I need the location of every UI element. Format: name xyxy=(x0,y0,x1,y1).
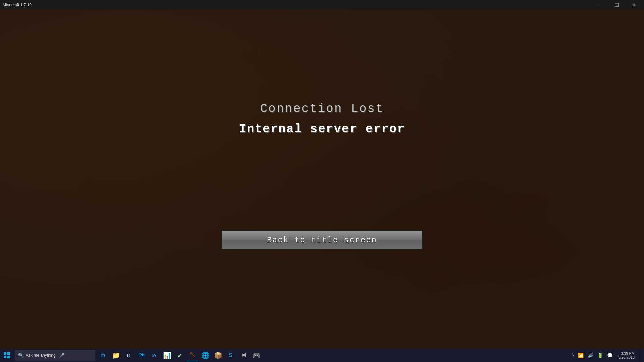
taskbar-skype[interactable]: S xyxy=(225,349,237,361)
close-button[interactable]: ✕ xyxy=(626,0,641,10)
window-controls: ─ ❐ ✕ xyxy=(592,0,641,10)
connection-lost-title: Connection Lost xyxy=(260,102,384,116)
tray-battery[interactable]: 🔋 xyxy=(596,352,604,359)
tray-notifications[interactable]: 💬 xyxy=(606,352,614,359)
taskbar-app6[interactable]: ✔ xyxy=(174,349,186,361)
taskbar-app12[interactable]: 🎮 xyxy=(250,349,262,361)
show-desktop-button[interactable] xyxy=(639,349,641,362)
tray-expand[interactable]: ^ xyxy=(570,352,575,359)
taskbar: 🔍 Ask me anything 🎤 ⧉ 📁 e 🛍 Ps 📊 ✔ ⛏ 🌐 📦… xyxy=(0,349,644,362)
taskbar-store[interactable]: 🛍 xyxy=(136,349,148,361)
restore-button[interactable]: ❐ xyxy=(609,0,625,10)
taskbar-edge[interactable]: e xyxy=(123,349,135,361)
taskbar-app5[interactable]: 📊 xyxy=(161,349,173,361)
tray-network[interactable]: 📶 xyxy=(577,352,585,359)
minimize-button[interactable]: ─ xyxy=(592,0,608,10)
search-icon: 🔍 xyxy=(18,353,24,358)
system-clock[interactable]: 3:39 PM 3/26/2016 xyxy=(616,351,637,359)
error-message: Internal server error xyxy=(239,122,405,136)
tray-volume[interactable]: 🔊 xyxy=(586,352,595,359)
microphone-icon: 🎤 xyxy=(59,353,65,358)
taskbar-minecraft[interactable]: ⛏ xyxy=(186,349,199,361)
taskbar-file-explorer[interactable]: 📁 xyxy=(110,349,122,361)
start-button[interactable] xyxy=(0,349,13,362)
taskbar-app9[interactable]: 📦 xyxy=(212,349,224,361)
window-title: Minecraft 1.7.10 xyxy=(3,3,32,7)
clock-time: 3:39 PM xyxy=(621,351,635,355)
svg-rect-3 xyxy=(7,356,10,358)
tray-icons: ^ 📶 🔊 🔋 💬 xyxy=(570,352,614,359)
svg-rect-0 xyxy=(4,352,6,355)
game-area: Connection Lost Internal server error Ba… xyxy=(0,10,644,342)
taskbar-ps[interactable]: Ps xyxy=(148,349,160,361)
svg-rect-2 xyxy=(4,356,6,358)
task-view-button[interactable]: ⧉ xyxy=(97,349,109,361)
back-to-title-button[interactable]: Back to title screen xyxy=(221,230,423,250)
system-tray: ^ 📶 🔊 🔋 💬 3:39 PM 3/26/2016 xyxy=(570,349,644,362)
search-box[interactable]: 🔍 Ask me anything 🎤 xyxy=(15,350,95,361)
svg-rect-1 xyxy=(7,352,10,355)
taskbar-app11[interactable]: 🖥 xyxy=(237,349,250,361)
taskbar-chrome[interactable]: 🌐 xyxy=(199,349,211,361)
clock-date: 3/26/2016 xyxy=(618,355,635,359)
search-text: Ask me anything xyxy=(26,353,56,358)
title-bar: Minecraft 1.7.10 ─ ❐ ✕ xyxy=(0,0,644,10)
taskbar-apps: 📁 e 🛍 Ps 📊 ✔ ⛏ 🌐 📦 S 🖥 🎮 xyxy=(110,349,262,362)
